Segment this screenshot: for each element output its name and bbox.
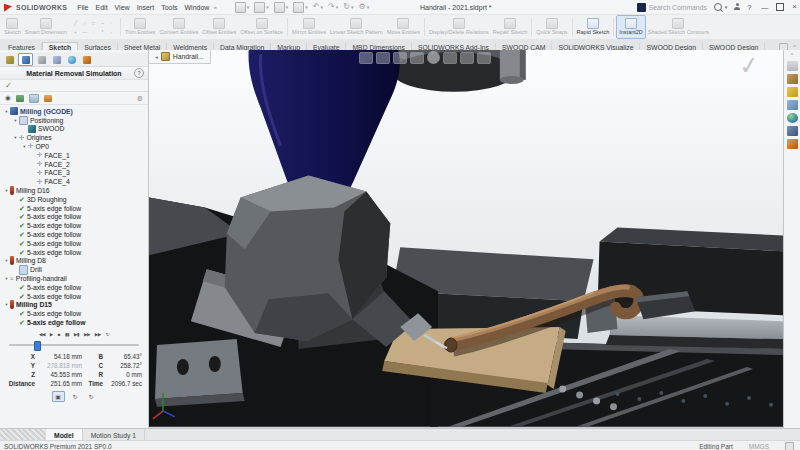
- fixture-plate[interactable]: [155, 339, 243, 399]
- slider-track[interactable]: [9, 344, 139, 346]
- shape-tool-icon[interactable]: ╱: [71, 18, 80, 27]
- ribbon-button-offset-on-surface[interactable]: Offset on Surface: [238, 16, 285, 38]
- zoom-area-icon[interactable]: [376, 52, 390, 64]
- shape-tool-icon[interactable]: ·: [89, 27, 98, 36]
- maximize-button[interactable]: [776, 3, 784, 11]
- ribbon-button-repair-sketch[interactable]: Repair Sketch: [491, 16, 530, 38]
- ribbon-button-shaded-sketch-contours[interactable]: Shaded Sketch Contours: [646, 16, 711, 38]
- ribbon-button-mirror-entities[interactable]: Mirror Entities: [290, 16, 328, 38]
- tree-item[interactable]: ✔5-axis edge follow: [0, 230, 148, 239]
- task-pane-appearances-icon[interactable]: [787, 113, 798, 123]
- shape-tool-icon[interactable]: *: [98, 27, 107, 36]
- dropdown-caret-icon[interactable]: ▾: [336, 4, 339, 10]
- tree-item[interactable]: ✔5-axis edge follow: [0, 248, 148, 257]
- tree-item[interactable]: ✔5-axis edge follow: [0, 283, 148, 292]
- tree-item[interactable]: ✛FACE_1: [0, 151, 148, 160]
- slider-handle[interactable]: [34, 341, 41, 351]
- expand-arrow-icon[interactable]: ▾: [21, 144, 28, 149]
- shape-tool-icon[interactable]: —: [80, 27, 89, 36]
- menu-customize-icon[interactable]: »: [213, 4, 216, 10]
- dropdown-caret-icon[interactable]: ▾: [351, 4, 354, 10]
- show-machine-toggle[interactable]: [44, 95, 52, 102]
- ribbon-button-instant2d[interactable]: Instant2D: [616, 15, 646, 39]
- tree-item[interactable]: Drill: [0, 265, 148, 274]
- tree-item[interactable]: ▾✛Origines: [0, 133, 148, 142]
- loop-playback-button[interactable]: ↻: [70, 392, 81, 401]
- show-part-toggle[interactable]: [29, 94, 39, 103]
- show-target-toggle[interactable]: ◉: [5, 95, 11, 102]
- save-button[interactable]: ▾: [274, 2, 289, 13]
- shape-tool-icon[interactable]: +: [71, 27, 80, 36]
- dimxpertmanager-tab[interactable]: [50, 54, 63, 65]
- swoodcam-tab[interactable]: [80, 54, 93, 65]
- dropdown-caret-icon[interactable]: ▾: [247, 4, 250, 10]
- panel-help-icon[interactable]: ?: [134, 68, 144, 78]
- search-commands-input[interactable]: Search Commands ▾: [637, 3, 728, 12]
- dropdown-caret-icon[interactable]: ▾: [286, 4, 289, 10]
- tree-item[interactable]: ▾Positioning: [0, 116, 148, 125]
- shape-tool-icon[interactable]: ~: [98, 18, 107, 27]
- tree-item[interactable]: ✛FACE_2: [0, 160, 148, 169]
- expand-arrow-icon[interactable]: ▾: [3, 258, 10, 263]
- displaymanager-tab[interactable]: [65, 54, 78, 65]
- zoom-fit-icon[interactable]: [359, 52, 373, 64]
- tree-item[interactable]: ▾✛OP0: [0, 142, 148, 151]
- tree-item[interactable]: ✔5-axis edge follow: [0, 204, 148, 213]
- account-icon[interactable]: [733, 3, 741, 11]
- redo-button[interactable]: ↷▾: [328, 3, 338, 11]
- options-button[interactable]: ⚙▾: [358, 3, 369, 11]
- dropdown-caret-icon[interactable]: ▾: [305, 4, 308, 10]
- menu-tools[interactable]: Tools: [161, 4, 177, 11]
- tree-item[interactable]: ✛FACE_4: [0, 177, 148, 186]
- tree-item[interactable]: SWOOD: [0, 125, 148, 134]
- expand-arrow-icon[interactable]: ▾: [3, 302, 10, 307]
- ribbon-button-trim-entities[interactable]: Trim Entities: [123, 16, 157, 38]
- confirmation-corner-check[interactable]: ✓: [737, 53, 760, 80]
- tree-item[interactable]: ✔5-axis edge follow: [0, 318, 148, 327]
- propertymanager-tab[interactable]: [18, 53, 33, 66]
- tree-item[interactable]: ✔5-axis edge follow: [0, 309, 148, 318]
- fast-forward-button[interactable]: ▶▶: [94, 333, 102, 338]
- open-button[interactable]: ▾: [254, 2, 269, 13]
- task-pane-swood-icon[interactable]: [787, 139, 798, 149]
- expand-arrow-icon[interactable]: ▾: [3, 276, 10, 281]
- ribbon-button-offset-entities[interactable]: Offset Entities: [200, 16, 238, 38]
- tree-item[interactable]: ▾Milling D16: [0, 186, 148, 195]
- tree-item[interactable]: ▾Milling (GCODE): [0, 107, 148, 116]
- section-view-icon[interactable]: [410, 52, 424, 64]
- ribbon-button-convert-entities[interactable]: Convert Entities: [157, 16, 200, 38]
- sketch-shapes-cluster[interactable]: ╱○□~·+—·*◦: [71, 18, 116, 36]
- ribbon-button-move-entities[interactable]: Move Entities: [385, 16, 422, 38]
- task-pane-custom-properties-icon[interactable]: [787, 126, 798, 136]
- pause-button[interactable]: ▮▮: [64, 333, 70, 338]
- ribbon-button-rapid-sketch[interactable]: Rapid Sketch: [575, 16, 612, 38]
- menu-window[interactable]: Window: [184, 4, 209, 11]
- ribbon-button-quick-snaps[interactable]: Quick Snaps: [534, 16, 569, 38]
- ribbon-button-linear-sketch-pattern[interactable]: Linear Sketch Pattern: [328, 16, 385, 38]
- new-button[interactable]: ▾: [235, 2, 250, 13]
- shape-tool-icon[interactable]: ○: [80, 18, 89, 27]
- previous-view-icon[interactable]: [393, 52, 407, 64]
- dropdown-caret-icon[interactable]: ▾: [266, 4, 269, 10]
- tree-item[interactable]: ▾≈Profiling-handrail: [0, 274, 148, 283]
- record-simulation-button[interactable]: ▣: [52, 391, 65, 402]
- tree-item[interactable]: ✔3D Roughing: [0, 195, 148, 204]
- viewport-3d-scene[interactable]: [149, 50, 783, 427]
- shape-tool-icon[interactable]: □: [89, 18, 98, 27]
- ok-check-button[interactable]: ✓: [5, 82, 12, 90]
- print-button[interactable]: ▾: [293, 2, 308, 13]
- task-pane-collapse-icon[interactable]: ^: [791, 52, 794, 58]
- document-tab[interactable]: ◂ Handrail...: [149, 50, 211, 64]
- menu-edit[interactable]: Edit: [96, 4, 108, 11]
- minimize-button[interactable]: —: [761, 4, 768, 11]
- ribbon-button-sketch[interactable]: Sketch: [2, 16, 23, 38]
- show-stock-toggle[interactable]: [16, 95, 24, 102]
- refresh-stock-button[interactable]: ↻: [86, 392, 97, 401]
- tree-item[interactable]: ✛FACE_3: [0, 169, 148, 178]
- tree-item[interactable]: ✔5-axis edge follow: [0, 239, 148, 248]
- view-orientation-icon[interactable]: [427, 51, 440, 64]
- tree-item[interactable]: ✔5-axis edge follow: [0, 221, 148, 230]
- status-tag-icon[interactable]: [785, 442, 794, 450]
- expand-arrow-icon[interactable]: ▾: [3, 109, 10, 114]
- ribbon-button-display-delete-relations[interactable]: Display/Delete Relations: [427, 16, 491, 38]
